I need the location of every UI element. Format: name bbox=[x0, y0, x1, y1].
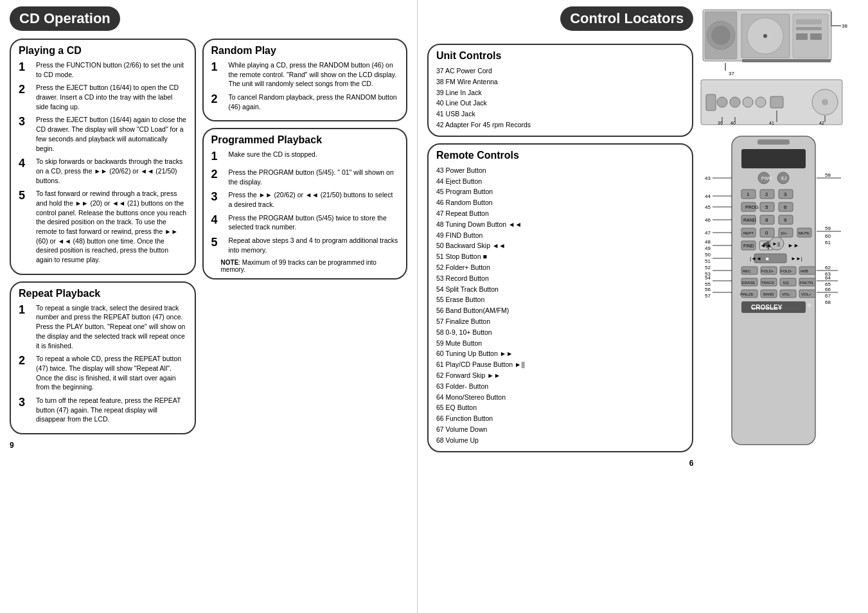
list-item: 1 Make sure the CD is stopped. bbox=[211, 150, 398, 164]
svg-text:FOLD+: FOLD+ bbox=[761, 269, 774, 273]
svg-rect-8 bbox=[796, 19, 822, 24]
list-item: 46 Random Button bbox=[436, 197, 684, 208]
svg-text:8: 8 bbox=[765, 217, 768, 223]
svg-text:60: 60 bbox=[825, 233, 831, 239]
svg-point-21 bbox=[730, 97, 740, 107]
svg-text:CROSLEY: CROSLEY bbox=[751, 304, 783, 311]
list-item: 2 To cancel Random playback, press the R… bbox=[211, 93, 398, 111]
remote-controls-title: Remote Controls bbox=[436, 150, 684, 161]
repeat-playback-list: 1 To repeat a single track, select the d… bbox=[19, 303, 187, 424]
left-header: CD Operation bbox=[10, 6, 407, 39]
left-col1: Playing a CD 1 Press the FUNCTION button… bbox=[10, 39, 196, 450]
unit-controls-section: Unit Controls 37 AC Power Cord38 FM Wire… bbox=[427, 44, 693, 137]
svg-text:TRACK: TRACK bbox=[761, 281, 774, 285]
list-item: 44 Eject Button bbox=[436, 176, 684, 187]
remote-controls-section: Remote Controls 43 Power Button44 Eject … bbox=[427, 143, 693, 452]
svg-rect-36 bbox=[757, 139, 790, 145]
svg-text:REPT: REPT bbox=[743, 231, 754, 235]
svg-text:50: 50 bbox=[705, 252, 711, 258]
list-item: 38 FM Wire Antenna bbox=[436, 76, 684, 87]
svg-text:BAND: BAND bbox=[763, 292, 774, 296]
list-item: 5 Repeat above steps 3 and 4 to program … bbox=[211, 236, 398, 254]
unit-controls-list: 37 AC Power Cord38 FM Wire Antenna39 Lin… bbox=[436, 66, 684, 130]
right-content: Control Locators Unit Controls 37 AC Pow… bbox=[427, 6, 693, 607]
svg-text:3: 3 bbox=[784, 191, 787, 197]
svg-text:42: 42 bbox=[819, 121, 824, 125]
svg-text:61: 61 bbox=[825, 240, 831, 245]
list-item: 2 Press the EJECT button (16/44) to open… bbox=[19, 83, 187, 111]
svg-text:FNCTN: FNCTN bbox=[800, 281, 813, 285]
svg-rect-12 bbox=[742, 59, 831, 62]
list-item: 3 Press the EJECT button (16/44) again t… bbox=[19, 115, 187, 153]
svg-rect-19 bbox=[706, 94, 716, 111]
list-item: 58 0-9, 10+ Button bbox=[436, 327, 684, 338]
svg-text:►||: ►|| bbox=[772, 241, 780, 247]
svg-point-23 bbox=[756, 97, 766, 107]
list-item: 4 To skip forwards or backwards through … bbox=[19, 157, 187, 185]
list-item: 3 Press the ►► (20/62) or ◄◄ (21/50) but… bbox=[211, 190, 398, 209]
list-item: 37 AC Power Cord bbox=[436, 66, 684, 76]
list-item: 56 Band Button(AM/FM) bbox=[436, 305, 684, 316]
svg-text:®: ® bbox=[808, 303, 811, 308]
list-item: 40 Line Out Jack bbox=[436, 98, 684, 109]
list-item: 55 Erase Button bbox=[436, 294, 684, 305]
svg-text:45: 45 bbox=[705, 204, 711, 210]
programmed-playback-section: Programmed Playback 1 Make sure the CD i… bbox=[202, 128, 407, 279]
programmed-playback-title: Programmed Playback bbox=[211, 134, 398, 146]
svg-text:62: 62 bbox=[825, 265, 831, 271]
svg-text:ERASE: ERASE bbox=[742, 281, 755, 285]
playing-cd-section: Playing a CD 1 Press the FUNCTION button… bbox=[10, 39, 196, 275]
svg-text:PWR: PWR bbox=[761, 176, 772, 181]
svg-rect-9 bbox=[796, 27, 822, 30]
svg-rect-11 bbox=[810, 33, 822, 40]
svg-point-22 bbox=[743, 97, 753, 107]
svg-text:PROG: PROG bbox=[745, 205, 759, 209]
list-item: 53 Record Button bbox=[436, 273, 684, 284]
back-panel-svg: 39 40 41 42 bbox=[700, 78, 847, 130]
left-col2: Random Play 1 While playing a CD, press … bbox=[202, 39, 407, 450]
list-item: 57 Finalize Button bbox=[436, 316, 684, 327]
svg-rect-10 bbox=[796, 33, 808, 40]
repeat-playback-section: Repeat Playback 1 To repeat a single tra… bbox=[10, 281, 196, 434]
list-item: 68 Volume Up bbox=[436, 435, 684, 446]
svg-text:41: 41 bbox=[769, 121, 774, 125]
svg-text:59: 59 bbox=[825, 226, 831, 231]
list-item: 67 Volume Down bbox=[436, 424, 684, 435]
list-item: 64 Mono/Stereo Button bbox=[436, 392, 684, 403]
list-item: 42 Adapter For 45 rpm Records bbox=[436, 120, 684, 130]
programmed-note: NOTE: Maximum of 99 tracks can be progra… bbox=[211, 259, 398, 273]
list-item: 1 Press the FUNCTION button (2/66) to se… bbox=[19, 60, 187, 79]
list-item: 62 Forward Skip ►► bbox=[436, 370, 684, 381]
svg-text:VOL-: VOL- bbox=[782, 292, 791, 296]
svg-text:48: 48 bbox=[705, 239, 711, 245]
svg-text:67: 67 bbox=[825, 293, 831, 299]
list-item: 60 Tuning Up Button ►► bbox=[436, 348, 684, 359]
svg-text:43: 43 bbox=[705, 175, 711, 181]
list-item: 50 Backward Skip ◄◄ bbox=[436, 240, 684, 251]
unit-controls-title: Unit Controls bbox=[436, 50, 684, 62]
svg-text:68: 68 bbox=[825, 299, 831, 305]
svg-text:VOL+: VOL+ bbox=[801, 292, 811, 296]
svg-text:EQ: EQ bbox=[783, 281, 789, 285]
svg-text:■: ■ bbox=[766, 256, 769, 262]
list-item: 49 FIND Button bbox=[436, 230, 684, 241]
remote-controls-list: 43 Power Button44 Eject Button45 Program… bbox=[436, 165, 684, 446]
svg-text:37: 37 bbox=[729, 71, 734, 76]
right-header-container: Control Locators bbox=[427, 6, 693, 39]
list-item: 4 Press the PROGRAM button (5/45) twice … bbox=[211, 213, 398, 232]
svg-text:HI/B: HI/B bbox=[801, 269, 808, 273]
list-item: 2 To repeat a whole CD, press the REPEAT… bbox=[19, 354, 187, 392]
remote-diagram-svg: PWR EJ 1 2 3 PROG 5 6 RAND 8 9 REPT bbox=[700, 133, 847, 467]
svg-rect-24 bbox=[770, 96, 783, 108]
svg-point-6 bbox=[763, 34, 767, 38]
right-page-number: 6 bbox=[427, 459, 693, 468]
list-item: 66 Function Button bbox=[436, 413, 684, 424]
list-item: 54 Split Track Button bbox=[436, 284, 684, 295]
svg-point-20 bbox=[717, 97, 727, 107]
list-item: 5 To fast forward or rewind through a tr… bbox=[19, 189, 187, 265]
svg-text:64: 64 bbox=[825, 275, 831, 281]
list-item: 65 EQ Button bbox=[436, 402, 684, 413]
svg-text:66: 66 bbox=[825, 287, 831, 292]
svg-text:52: 52 bbox=[705, 265, 711, 271]
svg-text:REC: REC bbox=[743, 269, 751, 273]
